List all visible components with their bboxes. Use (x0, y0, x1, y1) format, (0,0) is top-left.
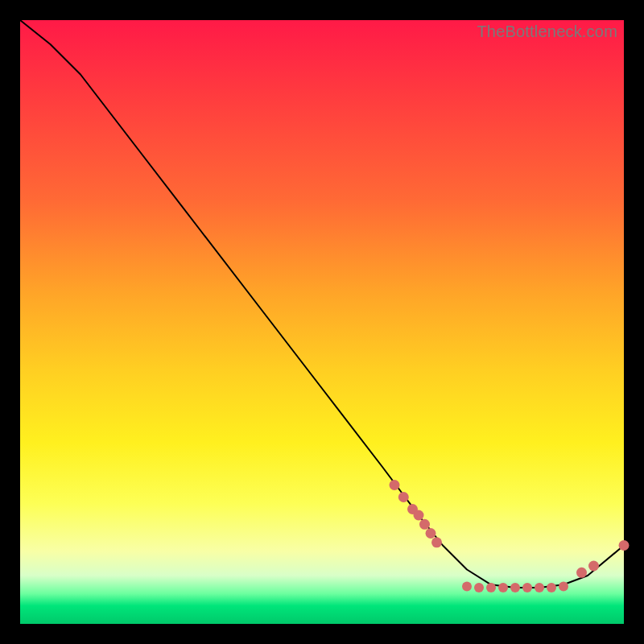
marker-dot (390, 480, 400, 490)
plot-area: TheBottleneck.com (20, 20, 624, 624)
marker-dot (619, 540, 630, 551)
marker-dot (559, 582, 568, 592)
marker-dot (414, 510, 424, 521)
chart-svg (20, 20, 624, 624)
marker-dot (510, 583, 520, 592)
marker-dot (576, 568, 587, 578)
marker-dot (462, 582, 472, 592)
marker-dot (398, 492, 409, 502)
marker-dot (498, 583, 508, 592)
marker-dots (390, 480, 630, 592)
marker-dot (474, 583, 484, 592)
marker-dot (588, 561, 599, 572)
marker-dot (522, 583, 532, 592)
marker-dot (419, 519, 430, 530)
marker-dot (426, 528, 436, 539)
marker-dot (535, 583, 544, 592)
marker-dot (547, 583, 556, 592)
marker-dot (486, 583, 496, 592)
bottleneck-curve (20, 20, 624, 588)
chart-frame: TheBottleneck.com (0, 0, 644, 644)
marker-dot (431, 537, 442, 547)
